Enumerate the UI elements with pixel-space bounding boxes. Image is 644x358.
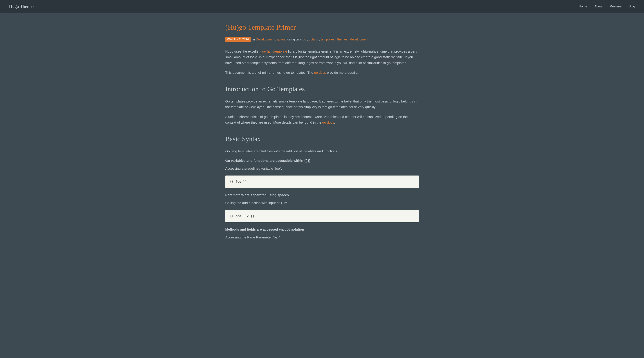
navbar: Hugo Themes Home About Resume Blog bbox=[0, 0, 644, 12]
intro-text-before: Hugo uses the excellent bbox=[226, 49, 262, 53]
article-title: (Hu)go Template Primer bbox=[226, 21, 419, 33]
section-heading-intro: Introduction to Go Templates bbox=[226, 84, 419, 94]
intro-2-before: This document is a brief primer on using… bbox=[226, 70, 314, 74]
brand-link[interactable]: Hugo Themes bbox=[9, 3, 34, 10]
subsection-1-body: Accessing a predefined variable “foo”: bbox=[226, 166, 419, 171]
subsection-bold-3: Methods and fields are accessed via dot … bbox=[226, 227, 419, 232]
basic-syntax-p1: Go lang templates are html files with th… bbox=[226, 148, 419, 154]
tag-templates[interactable]: templates bbox=[321, 37, 335, 42]
section-heading-syntax: Basic Syntax bbox=[226, 133, 419, 144]
intro-section-p1: Go templates provide an extremely simple… bbox=[226, 98, 419, 110]
nav-home[interactable]: Home bbox=[579, 4, 587, 8]
intro-paragraph-1: Hugo uses the excellent go html/template… bbox=[226, 48, 419, 66]
nav-links: Home About Resume Blog bbox=[579, 3, 635, 9]
meta-in: in bbox=[252, 37, 255, 42]
subsection-bold-1: Go variables and functions are accessibl… bbox=[226, 158, 419, 163]
intro-2-after: provide more details. bbox=[326, 70, 358, 74]
intro-section-p2: A unique characteristic of go templates … bbox=[226, 114, 419, 125]
code-block-2: {{ add 1 2 }} bbox=[226, 210, 419, 222]
nav-blog[interactable]: Blog bbox=[629, 4, 635, 8]
go-html-template-link[interactable]: go html/template bbox=[262, 49, 287, 53]
nav-resume[interactable]: Resume bbox=[610, 4, 622, 8]
intro-paragraph-2: This document is a brief primer on using… bbox=[226, 70, 419, 75]
tag-golang[interactable]: golang bbox=[309, 37, 318, 42]
go-docs-link-2[interactable]: go docs bbox=[322, 120, 334, 124]
date-badge: Wed Apr 2, 2014 bbox=[226, 37, 251, 42]
subsection-2-body: Calling the add function with input of 1… bbox=[226, 200, 419, 206]
meta-using: using tags bbox=[287, 37, 302, 42]
p2-before: A unique characteristic of go templates … bbox=[226, 115, 408, 124]
subsection-3-body: Accessing the Page Parameter “bar” bbox=[226, 234, 419, 240]
nav-about[interactable]: About bbox=[594, 4, 602, 8]
code-block-1: {{ foo }} bbox=[226, 176, 419, 188]
tag-development[interactable]: development bbox=[350, 37, 368, 42]
meta-line: Wed Apr 2, 2014 in Development , golang … bbox=[226, 37, 419, 42]
category-development[interactable]: Development bbox=[256, 37, 274, 42]
main-content: (Hu)go Template Primer Wed Apr 2, 2014 i… bbox=[221, 12, 423, 258]
tag-go[interactable]: go bbox=[302, 37, 306, 42]
category-golang[interactable]: golang bbox=[277, 37, 286, 42]
code-2: {{ add 1 2 }} bbox=[230, 214, 255, 218]
tag-themes[interactable]: themes bbox=[337, 37, 348, 42]
subsection-bold-2: Parameters are separated using spaces bbox=[226, 192, 419, 198]
code-1: {{ foo }} bbox=[230, 180, 247, 183]
go-docs-link-1[interactable]: go docs bbox=[314, 70, 326, 74]
p2-after: . bbox=[334, 120, 335, 124]
